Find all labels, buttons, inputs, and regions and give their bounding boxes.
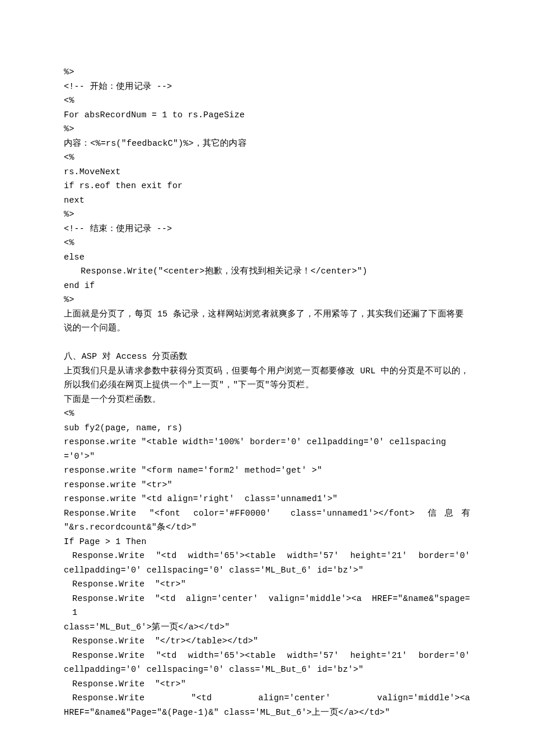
code-line: <% (64, 406, 470, 421)
code-line: Response.Write "<td width='65'><table wi… (64, 649, 470, 663)
code-line: HREF="&name&"Page="&(Page-1)&" class='ML… (64, 705, 470, 720)
code-line: sub fy2(page, name, rs) (64, 421, 470, 435)
paragraph-text: 下面是一个分页栏函数。 (64, 393, 470, 407)
code-line: response.write "<table width='100%' bord… (64, 435, 470, 463)
code-line: else (64, 250, 470, 265)
code-line: Response.Write "</tr></table></td>" (64, 634, 470, 649)
code-line: Response.Write "<td align='center' valig… (64, 592, 470, 620)
code-line: If Page > 1 Then (64, 535, 470, 549)
code-line: %> (64, 65, 470, 80)
code-line: cellpadding='0' cellspacing='0' class='M… (64, 563, 470, 578)
code-line: <% (64, 236, 470, 250)
code-line: %> (64, 293, 470, 307)
code-line: next (64, 193, 470, 208)
document-page: %> <!-- 开始：使用记录 --> <% For absRecordNum … (0, 0, 534, 756)
code-line: Response.Write "<td align='center' valig… (64, 691, 470, 705)
code-line: response.write "<tr>" (64, 478, 470, 492)
code-line: <% (64, 150, 470, 165)
paragraph-text: 上面就是分页了，每页 15 条记录，这样网站浏览者就爽多了，不用紧等了，其实我们… (64, 307, 470, 336)
code-line: response.write "<form name='form2' metho… (64, 463, 470, 478)
code-line: <!-- 开始：使用记录 --> (64, 80, 470, 94)
code-line: response.write "<td align='right' class=… (64, 492, 470, 506)
code-line: Response.Write "<td width='65'><table wi… (64, 549, 470, 563)
code-line: if rs.eof then exit for (64, 179, 470, 193)
code-line: rs.MoveNext (64, 165, 470, 179)
code-line: <% (64, 93, 470, 108)
section-heading: 八、ASP 对 Access 分页函数 (64, 350, 470, 364)
code-line: "&rs.recordcount&"条</td>" (64, 520, 470, 535)
code-line: 内容：<%=rs("feedbackC")%>，其它的内容 (64, 136, 470, 151)
code-line: cellpadding='0' cellspacing='0' class='M… (64, 663, 470, 677)
code-line: %> (64, 207, 470, 222)
code-line: Response.Write "<font color='#FF0000' cl… (64, 506, 470, 521)
paragraph-text: 上页我们只是从请求参数中获得分页页码，但要每个用户浏览一页都要修改 URL 中的… (64, 364, 470, 393)
code-line: Response.Write "<tr>" (64, 577, 470, 592)
code-line: %> (64, 122, 470, 136)
code-line: Response.Write("<center>抱歉，没有找到相关记录！</ce… (64, 264, 470, 279)
code-line: class='ML_But_6'>第一页</a></td>" (64, 620, 470, 635)
code-line: Response.Write "<tr>" (64, 677, 470, 692)
code-line: end if (64, 279, 470, 293)
code-line: For absRecordNum = 1 to rs.PageSize (64, 108, 470, 123)
code-line: <!-- 结束：使用记录 --> (64, 222, 470, 236)
blank-line (64, 336, 470, 350)
